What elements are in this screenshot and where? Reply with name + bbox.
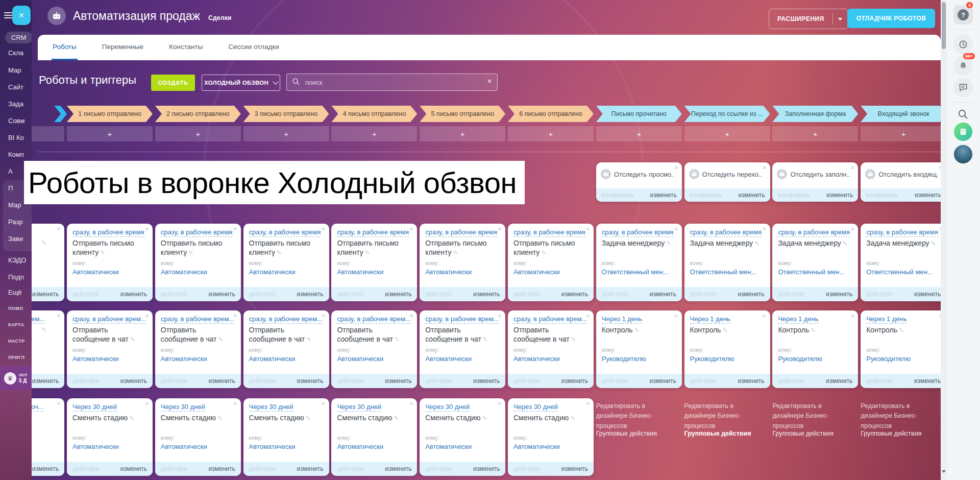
tab-robots[interactable]: Роботы (52, 35, 78, 60)
edit-button[interactable]: изменить (914, 287, 941, 301)
close-icon[interactable]: ✕ (233, 226, 237, 232)
copy-button[interactable]: копировать (866, 188, 898, 202)
sidebar-item-2[interactable]: Мар (8, 66, 21, 74)
actions-button[interactable]: действия (866, 287, 892, 301)
add-robot-button[interactable]: + (155, 126, 241, 141)
actions-button[interactable]: действия (337, 462, 363, 476)
sidebar-item-0[interactable]: CRM (5, 32, 32, 43)
robot-target-link[interactable]: Автоматически (72, 268, 119, 276)
add-robot-button[interactable]: + (596, 126, 682, 141)
edit-button[interactable]: изменить (32, 374, 59, 388)
rail-search-button[interactable] (957, 108, 969, 123)
robot-debugger-button[interactable]: ОТЛАДЧИК РОБОТОВ (847, 9, 935, 28)
close-icon[interactable]: ✕ (586, 313, 590, 319)
edit-button[interactable]: изменить (826, 188, 853, 202)
robot-target-link[interactable]: Ответственный мен... (602, 268, 669, 276)
scrollbar-thumb[interactable] (942, 2, 946, 49)
robot-schedule-link[interactable]: ем... (31, 315, 45, 324)
robot-schedule-link[interactable]: сразу, в рабочее врем... (72, 315, 146, 324)
actions-button[interactable]: действия (161, 462, 187, 476)
edit-pencil-icon[interactable]: ✎ (899, 327, 904, 334)
edit-pencil-icon[interactable]: ✎ (41, 326, 46, 333)
robot-schedule-link[interactable]: Через 30 дней (425, 403, 470, 412)
robot-target-link[interactable]: Автоматически (337, 443, 383, 450)
sidebar-item-15[interactable]: Ещё (8, 289, 22, 296)
robot-schedule-link[interactable]: сразу, в рабочее время (513, 228, 585, 237)
robot-card[interactable]: ✕сразу, в рабочее врем...Отправить сообщ… (155, 310, 241, 388)
robot-schedule-link[interactable]: сразу, в рабочее время (778, 228, 850, 237)
add-robot-button[interactable]: + (243, 126, 329, 141)
robot-schedule-link[interactable]: Через 30 дней (337, 403, 381, 412)
actions-button[interactable]: действия (161, 287, 187, 301)
robot-schedule-link[interactable]: сразу, в рабочее врем... (161, 315, 234, 324)
sidebar-item-4[interactable]: Зада (8, 100, 23, 108)
sidebar-item-11[interactable]: Разр (8, 218, 23, 226)
license-banner[interactable]: ♛ ост 5 д (0, 367, 32, 390)
actions-button[interactable]: действия (249, 287, 275, 301)
edit-pencil-icon[interactable]: ✎ (843, 240, 848, 247)
robot-schedule-link[interactable]: сразу, в рабочее врем... (249, 315, 323, 324)
robot-card[interactable]: ✕Через 30 днейСменить стадию✎кому:Автома… (331, 398, 417, 476)
tab-variables[interactable]: Переменные (101, 35, 144, 60)
edit-pencil-icon[interactable]: ✎ (188, 249, 193, 256)
robot-card[interactable]: ✕сразу, в рабочее врем...Отправить сообщ… (243, 310, 329, 388)
edit-button[interactable]: изменить (738, 287, 764, 301)
robot-target-link[interactable]: Автоматически (337, 268, 383, 276)
close-icon[interactable]: ✕ (145, 401, 149, 406)
edit-button[interactable]: изменить (32, 462, 59, 476)
robot-schedule-link[interactable]: Через 30 дней (249, 403, 293, 412)
sidebar-item-9[interactable]: П (8, 184, 13, 192)
robot-target-link[interactable]: Автоматически (161, 355, 207, 363)
search-input[interactable] (286, 74, 498, 91)
caret-down-icon[interactable] (833, 16, 847, 22)
actions-button[interactable]: действия (425, 462, 451, 476)
edit-button[interactable]: изменить (209, 462, 235, 476)
edit-pencil-icon[interactable]: ✎ (129, 415, 134, 422)
edit-pencil-icon[interactable]: ✎ (217, 415, 223, 422)
actions-button[interactable]: действия (866, 374, 892, 388)
edit-button[interactable]: изменить (650, 188, 677, 202)
actions-button[interactable]: действия (337, 374, 363, 388)
copy-button[interactable]: копировать (777, 188, 810, 202)
robot-card[interactable]: ✕сразу, в рабочее врем...Отправить сообщ… (508, 310, 594, 388)
robot-card[interactable]: ✕Через 30 днейСменить стадию✎кому:Автома… (508, 398, 594, 476)
designer-link[interactable]: Редактировать в дизайнере Бизнес-процесс… (596, 401, 677, 431)
edit-pencil-icon[interactable]: ✎ (277, 249, 282, 256)
actions-button[interactable]: действия (249, 374, 275, 388)
edit-pencil-icon[interactable]: ✎ (634, 327, 640, 334)
history-button[interactable] (953, 35, 973, 54)
robot-card[interactable]: ✕сразу, в рабочее времяОтправить письмо … (155, 224, 241, 301)
robot-schedule-link[interactable]: сразу, в рабочее время (866, 228, 938, 237)
designer-link[interactable]: Редактировать в дизайнере Бизнес-процесс… (772, 401, 853, 431)
group-actions-link[interactable]: Групповые действия (596, 430, 657, 437)
edit-button[interactable]: изменить (385, 374, 411, 388)
actions-button[interactable]: действия (602, 287, 628, 301)
robot-target-link[interactable]: Автоматически (425, 355, 472, 363)
actions-button[interactable]: действия (778, 374, 804, 388)
robot-target-link[interactable]: Руководителю (778, 355, 822, 363)
close-icon[interactable]: ✕ (674, 226, 678, 232)
robot-target-link[interactable]: Автоматически (337, 355, 383, 363)
close-icon[interactable]: ✕ (674, 313, 678, 319)
robot-card[interactable]: ✕сразу, в рабочее времяЗадача менеджеру✎… (684, 224, 770, 301)
edit-pencil-icon[interactable]: ✎ (306, 336, 311, 343)
robot-card[interactable]: ✕сразу, в рабочее времяЗадача менеджеру✎… (861, 224, 941, 301)
robot-schedule-link[interactable]: Через 1 день (690, 315, 730, 324)
robot-target-link[interactable]: Ответственный мен... (866, 268, 933, 276)
robot-target-link[interactable]: Руководителю (690, 355, 734, 363)
trigger-card[interactable]: Отследить перехо...✕копироватьизменить (684, 162, 770, 202)
edit-button[interactable]: изменить (738, 188, 765, 202)
edit-button[interactable]: изменить (915, 188, 941, 202)
edit-pencil-icon[interactable]: ✎ (754, 240, 760, 247)
edit-pencil-icon[interactable]: ✎ (482, 415, 487, 422)
tab-constants[interactable]: Константы (168, 35, 204, 60)
robot-card[interactable]: ✕Через 30 днейСменить стадию✎кому:Автома… (420, 398, 505, 476)
edit-button[interactable]: изменить (120, 462, 147, 476)
news-feed-button[interactable] (954, 123, 972, 141)
close-icon[interactable]: ✕ (321, 401, 325, 406)
edit-button[interactable]: изменить (561, 462, 588, 476)
robot-schedule-link[interactable]: сразу, в рабочее время (161, 228, 233, 237)
sidebar-footer-item-2[interactable]: НАСТР (8, 339, 25, 344)
actions-button[interactable]: действия (72, 287, 99, 301)
edit-pencil-icon[interactable]: ✎ (666, 240, 671, 247)
